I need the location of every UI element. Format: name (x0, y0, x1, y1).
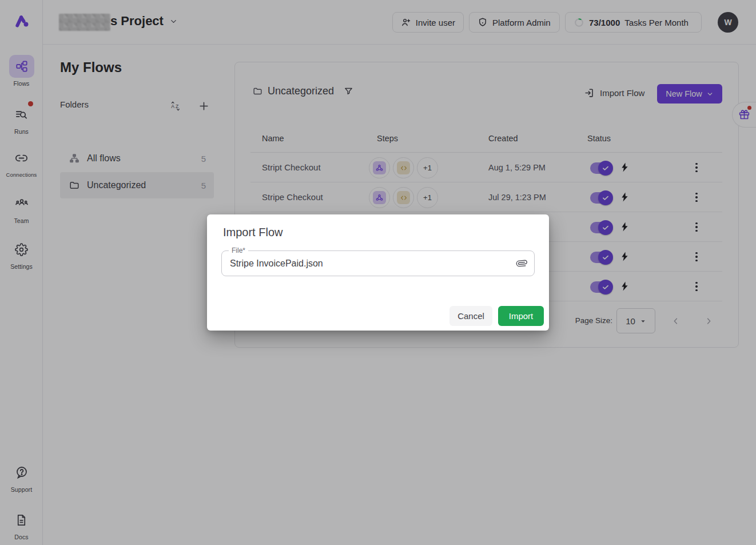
import-button[interactable]: Import (498, 306, 544, 326)
file-field: File* (221, 250, 535, 276)
import-flow-dialog: Import Flow File* Cancel Import (207, 214, 549, 331)
cancel-button[interactable]: Cancel (449, 306, 492, 326)
file-field-label: File* (229, 246, 248, 254)
dialog-title: Import Flow (223, 226, 282, 239)
paperclip-icon[interactable] (516, 258, 527, 269)
file-input[interactable] (222, 251, 534, 276)
